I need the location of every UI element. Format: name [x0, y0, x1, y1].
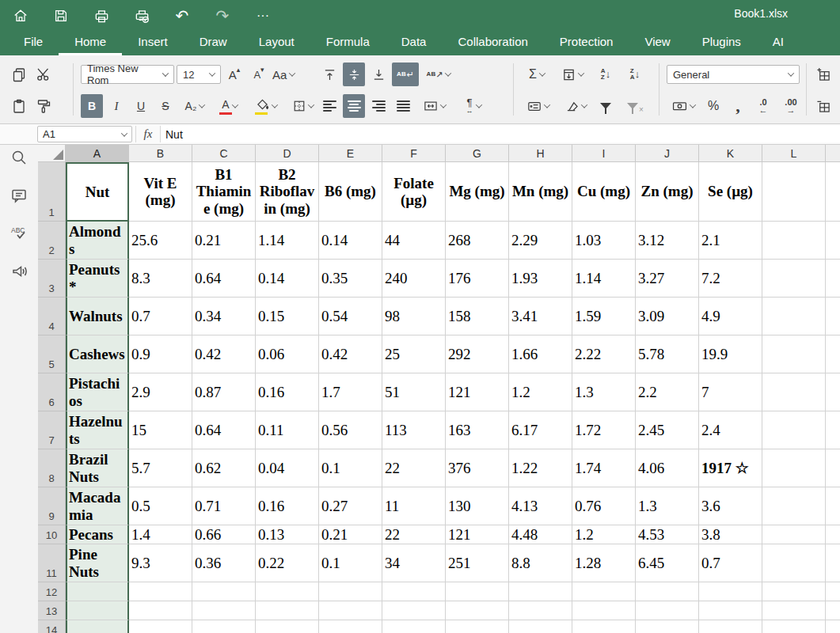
cell-F4[interactable]: 98	[382, 298, 446, 335]
menu-draw[interactable]: Draw	[184, 28, 243, 55]
cell-C8[interactable]: 0.62	[192, 449, 256, 487]
font-color-button[interactable]: A	[213, 94, 246, 118]
cell-G7[interactable]: 163	[446, 411, 509, 449]
cell-G6[interactable]: 121	[446, 373, 509, 411]
cell-C6[interactable]: 0.87	[192, 373, 256, 411]
insert-function-button[interactable]: fx	[135, 126, 161, 142]
borders-button[interactable]	[286, 94, 321, 118]
cell-B5[interactable]: 0.9	[129, 335, 192, 373]
quick-print-icon[interactable]	[132, 6, 151, 25]
cell-G8[interactable]: 376	[446, 449, 509, 487]
column-header-F[interactable]: F	[382, 145, 446, 162]
named-ranges-button[interactable]	[521, 94, 556, 118]
cell-A9[interactable]: Macadamia	[66, 487, 129, 525]
cell-A8[interactable]: Brazil Nuts	[66, 449, 129, 487]
cell-B10[interactable]: 1.4	[129, 525, 192, 544]
cell-J4[interactable]: 3.09	[636, 298, 699, 335]
row-header-12[interactable]: 12	[38, 582, 66, 601]
cell-K11[interactable]: 0.7	[699, 544, 762, 582]
cell-B3[interactable]: 8.3	[129, 260, 192, 298]
number-format-combo[interactable]: General	[667, 65, 800, 84]
clear-button[interactable]	[558, 94, 593, 118]
cell-L3[interactable]	[762, 260, 826, 298]
formula-input[interactable]: Nut	[161, 126, 840, 142]
cell-J9[interactable]: 1.3	[636, 487, 699, 525]
cell-D10[interactable]: 0.13	[256, 525, 319, 544]
cell-H14[interactable]	[509, 620, 572, 633]
column-header-partial[interactable]	[826, 145, 840, 162]
cell-D14[interactable]	[256, 620, 319, 633]
cell-F14[interactable]	[382, 620, 446, 633]
row-header-9[interactable]: 9	[38, 487, 66, 525]
cell-L9[interactable]	[762, 487, 826, 525]
cell-H10[interactable]: 4.48	[509, 525, 572, 544]
undo-icon[interactable]: ↶	[173, 6, 192, 25]
align-left-button[interactable]	[318, 94, 340, 118]
row-header-5[interactable]: 5	[38, 335, 66, 373]
menu-layout[interactable]: Layout	[243, 28, 310, 55]
more-icon[interactable]: ···	[253, 6, 272, 25]
column-header-A[interactable]: A	[66, 145, 129, 162]
cell-H9[interactable]: 4.13	[509, 487, 572, 525]
cell-L7[interactable]	[762, 411, 826, 449]
cell-H3[interactable]: 1.93	[509, 260, 572, 298]
cell-partial-14[interactable]	[826, 620, 840, 633]
insert-cells-button[interactable]	[812, 63, 834, 86]
align-center-button[interactable]	[343, 94, 365, 118]
cell-D3[interactable]: 0.14	[256, 260, 319, 298]
cell-K3[interactable]: 7.2	[699, 260, 762, 298]
menu-view[interactable]: View	[629, 28, 686, 55]
underline-button[interactable]: U	[130, 94, 152, 118]
cell-E2[interactable]: 0.14	[319, 222, 382, 260]
cell-D2[interactable]: 1.14	[256, 222, 319, 260]
cell-F2[interactable]: 44	[382, 222, 446, 260]
cell-L14[interactable]	[762, 620, 826, 633]
cell-B9[interactable]: 0.5	[129, 487, 192, 525]
print-icon[interactable]	[92, 6, 111, 25]
cell-D7[interactable]: 0.11	[256, 411, 319, 449]
cell-L6[interactable]	[762, 373, 826, 411]
align-right-button[interactable]	[367, 94, 390, 118]
cell-E11[interactable]: 0.1	[319, 544, 382, 582]
select-all-corner[interactable]	[38, 145, 66, 162]
cell-D8[interactable]: 0.04	[256, 449, 319, 487]
column-header-L[interactable]: L	[762, 145, 826, 162]
cell-D1[interactable]: B2 Riboflavin (mg)	[256, 162, 319, 222]
cell-K7[interactable]: 2.4	[699, 411, 762, 449]
cell-C2[interactable]: 0.21	[192, 222, 256, 260]
copy-icon[interactable]	[8, 63, 30, 86]
increase-decimal-button[interactable]: .00→	[777, 94, 804, 118]
cell-I6[interactable]: 1.3	[572, 373, 636, 411]
column-header-C[interactable]: C	[192, 145, 256, 162]
cell-D12[interactable]	[256, 582, 319, 601]
row-header-2[interactable]: 2	[38, 222, 66, 260]
row-header-14[interactable]: 14	[38, 620, 66, 633]
cell-F12[interactable]	[382, 582, 446, 601]
cell-K13[interactable]	[699, 601, 762, 620]
cell-B1[interactable]: Vit E (mg)	[129, 162, 192, 222]
cell-I7[interactable]: 1.72	[572, 411, 636, 449]
cell-K5[interactable]: 19.9	[699, 335, 762, 373]
row-header-13[interactable]: 13	[38, 601, 66, 620]
sort-descending-button[interactable]: ZA ↓	[621, 63, 648, 86]
menu-home[interactable]: Home	[59, 28, 122, 55]
column-header-B[interactable]: B	[129, 145, 192, 162]
cell-D9[interactable]: 0.16	[256, 487, 319, 525]
strikethrough-button[interactable]: S	[154, 94, 177, 118]
cell-A5[interactable]: Cashews	[66, 335, 129, 373]
cell-G1[interactable]: Mg (mg)	[446, 162, 509, 222]
cell-J3[interactable]: 3.27	[636, 260, 699, 298]
cell-I10[interactable]: 1.2	[572, 525, 636, 544]
feedback-icon[interactable]	[10, 262, 29, 281]
cell-C10[interactable]: 0.66	[192, 525, 256, 544]
row-header-7[interactable]: 7	[38, 411, 66, 449]
save-icon[interactable]	[51, 6, 70, 25]
cell-B8[interactable]: 5.7	[129, 449, 192, 487]
menu-file[interactable]: File	[8, 28, 59, 55]
cell-J8[interactable]: 4.06	[636, 449, 699, 487]
cell-A10[interactable]: Pecans	[66, 525, 129, 544]
cell-A7[interactable]: Hazelnuts	[66, 411, 129, 449]
cell-K9[interactable]: 3.6	[699, 487, 762, 525]
cell-I1[interactable]: Cu (mg)	[572, 162, 636, 222]
cell-partial-10[interactable]	[826, 525, 840, 544]
